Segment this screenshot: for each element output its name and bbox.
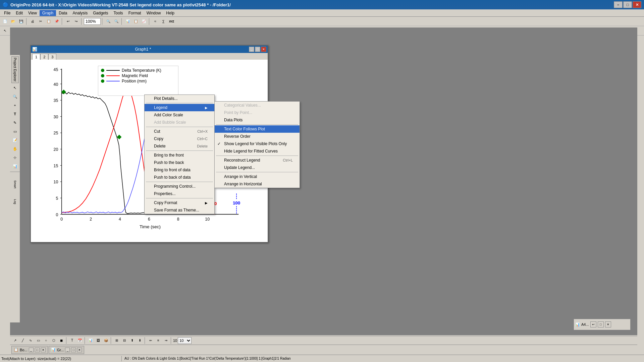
tb-paste[interactable]: 📌 [53,18,60,25]
sidebar-project-explorer[interactable]: Project Explorer [11,56,19,83]
ctx-push-back-data[interactable]: Push to back of data [145,174,214,181]
sidebar-btn-region[interactable]: ▭ [11,127,19,135]
tb-graph[interactable]: 📊 [124,18,131,25]
mini-restore-btn[interactable]: ↩ [590,321,596,327]
tb-save[interactable]: 💾 [17,18,25,25]
sidebar-btn-add[interactable]: + [11,101,19,109]
menu-view[interactable]: View [25,10,40,16]
taskbar-graph1-close[interactable]: ✕ [77,348,82,352]
ctx-text-color-follows[interactable]: Text Color Follows Plot [215,125,300,133]
menu-analysis[interactable]: Analysis [70,10,91,16]
taskbar-book1-mini[interactable]: _ [29,348,34,352]
tb-stats[interactable]: 📈 [140,18,148,25]
menu-format[interactable]: Format [126,10,144,16]
maximize-button[interactable]: □ [623,1,632,8]
ctx-reconstruct-legend[interactable]: Reconstruct Legend Ctrl+L [215,157,300,164]
close-button[interactable]: ✕ [633,1,641,8]
ctx-arrange-horizontal[interactable]: Arrange in Horizontal [215,180,300,188]
graph-tab-1[interactable]: 1 [32,54,40,60]
taskbar-graph1-restore[interactable]: □ [71,348,76,352]
tb-new[interactable]: 📄 [1,18,9,25]
menu-tools[interactable]: Tools [111,10,126,16]
draw-rect[interactable]: ▭ [35,337,42,344]
ctx-data-plots[interactable]: Data Plots [215,116,300,124]
tb-zoom-out[interactable]: 🔍 [113,18,120,25]
ctx-delete[interactable]: Delete Delete [145,142,214,150]
mini-maximize-btn[interactable]: □ [598,321,604,327]
draw-arrow[interactable]: ↗ [11,337,19,344]
graph-minimize[interactable]: _ [249,47,254,52]
zoom-select[interactable]: 10 25 50 100 [178,337,192,344]
tb-redo[interactable]: ↪ [72,18,80,25]
ctx-hide-legend-fitted[interactable]: Hide Legend for Fitted Curves [215,147,300,155]
draw-line[interactable]: ╱ [19,337,26,344]
ctx-point-by-point[interactable]: Point by Point... [215,109,300,116]
draw-align-center[interactable]: ≡ [155,337,162,344]
menu-file[interactable]: File [1,10,13,16]
ctx-cut[interactable]: Cut Ctrl+X [145,128,214,135]
ctx-copy-format[interactable]: Copy Format ▶ [145,199,214,206]
menu-gadgets[interactable]: Gadgets [90,10,111,16]
sidebar-btn-pan[interactable]: ✋ [11,145,19,153]
sidebar-btn-arrow[interactable]: ↖ [11,84,19,92]
graph-tab-2[interactable]: 2 [40,54,48,60]
draw-align-right[interactable]: ⇒ [162,337,170,344]
ctx-properties[interactable]: Properties... [145,190,214,197]
draw-back[interactable]: ⬇ [136,337,144,344]
graph-title-controls[interactable]: _ □ ✕ [249,47,266,52]
menu-help[interactable]: Help [163,10,177,16]
ctx-copy[interactable]: Copy Ctrl+C [145,135,214,142]
ctx-bring-front[interactable]: Bring to the front [145,152,214,159]
sidebar-btn-cursor[interactable]: ⊹ [11,154,19,162]
draw-group[interactable]: ⊞ [113,337,120,344]
menu-data[interactable]: Data [56,10,70,16]
draw-circle[interactable]: ○ [42,337,50,344]
ctx-add-bubble-scale[interactable]: Add Bubble Scale [145,119,214,126]
ctx-show-legend-visible[interactable]: ✓ Show Legend for Visible Plots Only [215,140,300,147]
menu-graph[interactable]: Graph [40,10,56,16]
taskbar-book1-close[interactable]: ✕ [41,348,46,352]
title-bar-controls[interactable]: – □ ✕ [614,1,641,8]
ctx-bring-front-data[interactable]: Bring to front of data [145,166,214,174]
tb-cut[interactable]: ✂ [37,18,44,25]
sidebar-btn-text[interactable]: T [11,110,19,118]
draw-datestamp[interactable]: 📅 [76,337,84,344]
ctx-save-format[interactable]: Save Format as Theme... [145,206,214,214]
draw-image[interactable]: 🖼 [95,337,102,344]
taskbar-book1-restore[interactable]: □ [35,348,40,352]
draw-align-left[interactable]: ⇐ [147,337,154,344]
tb-open[interactable]: 📂 [9,18,17,25]
sidebar-label-log[interactable]: Log [12,195,18,208]
ctx-update-legend[interactable]: Update Legend... [215,164,300,171]
sidebar-btn-notes[interactable]: 📝 [11,136,19,144]
graph-tab-3[interactable]: 3 [48,54,56,60]
draw-ole[interactable]: 📦 [102,337,110,344]
graph-close[interactable]: ✕ [261,47,266,52]
tb-xyz[interactable]: XYZ [168,18,175,25]
sidebar-btn-data[interactable]: 📊 [11,162,19,170]
legend-box[interactable]: Delta Temperature (K) Magnetic Field Pos… [98,66,178,96]
ctx-reverse-order[interactable]: Reverse Order [215,133,300,140]
sidebar-btn-draw[interactable]: ✎ [11,119,19,127]
draw-text[interactable]: T [68,337,76,344]
tb-fit[interactable]: ≈ [152,18,159,25]
tb-table[interactable]: 📋 [132,18,140,25]
tb-arrow[interactable]: ↖ [1,27,9,35]
draw-fill[interactable]: ◼ [58,337,65,344]
sidebar-label-smart[interactable]: Smart [12,174,18,194]
ctx-push-back[interactable]: Push to the back [145,159,214,166]
draw-poly[interactable]: ⬡ [50,337,57,344]
ctx-legend[interactable]: Legend ▶ [145,104,214,111]
tb-residuals[interactable]: ∑ [160,18,167,25]
zoom-input[interactable] [84,18,101,25]
draw-front[interactable]: ⬆ [128,337,136,344]
ctx-add-color-scale[interactable]: Add Color Scale [145,111,214,119]
ctx-categorical[interactable]: Categorical Values... [215,102,300,109]
tb-copy[interactable]: 📋 [45,18,52,25]
taskbar-graph1[interactable]: 📊 Gr... _ □ ✕ [49,346,85,354]
ctx-plot-details[interactable]: Plot Details... [145,95,214,102]
graph-maximize[interactable]: □ [255,47,260,52]
tb-undo[interactable]: ↩ [64,18,72,25]
taskbar-graph1-mini[interactable]: _ [65,348,70,352]
draw-graph[interactable]: 📊 [87,337,94,344]
